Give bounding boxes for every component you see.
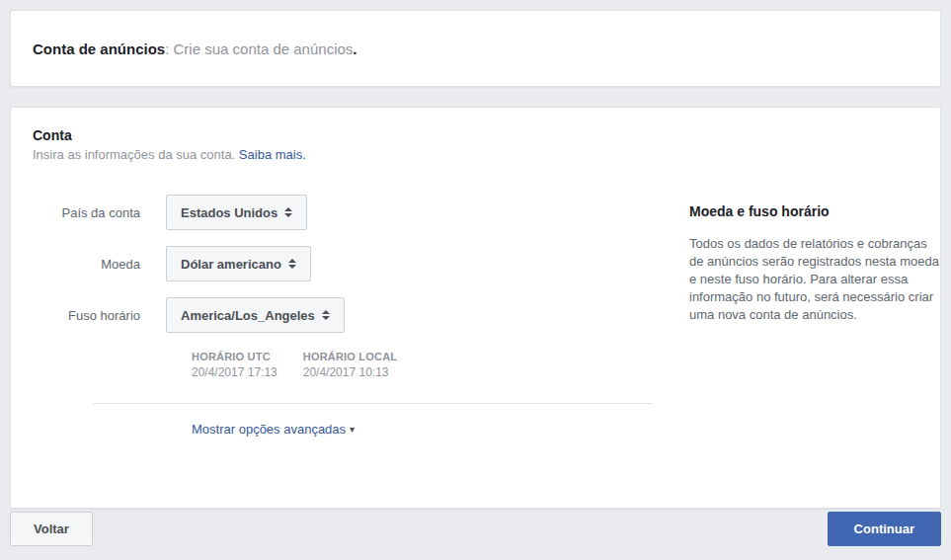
utc-time-label: HORÁRIO UTC	[192, 351, 277, 362]
page-title-rest: : Crie sua conta de anúncios	[165, 40, 353, 57]
account-form: País da conta Estados Unidos Moeda Dólar…	[11, 195, 663, 379]
page-title: Conta de anúncios: Crie sua conta de anú…	[33, 40, 357, 57]
page-title-period: .	[353, 40, 357, 57]
time-readouts: HORÁRIO UTC 20/4/2017 17:13 HORÁRIO LOCA…	[192, 351, 663, 379]
back-button[interactable]: Voltar	[10, 512, 93, 546]
advanced-options-toggle[interactable]: Mostrar opções avançadas▾	[192, 422, 355, 437]
timezone-label: Fuso horário	[11, 308, 166, 323]
currency-timezone-info-panel: Moeda e fuso horário Todos os dados de r…	[689, 203, 941, 324]
page-title-bold: Conta de anúncios	[33, 40, 165, 57]
currency-row: Moeda Dólar americano	[11, 246, 663, 281]
currency-label: Moeda	[11, 257, 166, 272]
currency-dropdown[interactable]: Dólar americano	[166, 246, 311, 281]
local-time-label: HORÁRIO LOCAL	[303, 351, 397, 362]
timezone-row: Fuso horário America/Los_Angeles	[11, 297, 663, 333]
account-form-card: Conta Insira as informações da sua conta…	[10, 107, 941, 509]
utc-time-block: HORÁRIO UTC 20/4/2017 17:13	[192, 351, 277, 379]
sort-arrows-icon	[284, 207, 292, 217]
page-header-card: Conta de anúncios: Crie sua conta de anú…	[10, 10, 941, 87]
currency-dropdown-value: Dólar americano	[181, 257, 281, 272]
utc-time-value: 20/4/2017 17:13	[192, 365, 277, 379]
section-heading: Conta	[33, 127, 918, 143]
timezone-dropdown-value: America/Los_Angeles	[181, 308, 315, 323]
advanced-options-link-text[interactable]: Mostrar opções avançadas	[192, 422, 346, 437]
learn-more-link[interactable]: Saiba mais.	[239, 147, 306, 162]
continue-button[interactable]: Continuar	[828, 512, 941, 546]
local-time-block: HORÁRIO LOCAL 20/4/2017 10:13	[303, 351, 397, 379]
section-subtitle-text: Insira as informações da sua conta.	[33, 147, 235, 162]
timezone-dropdown[interactable]: America/Los_Angeles	[166, 297, 345, 333]
info-panel-heading: Moeda e fuso horário	[689, 203, 941, 219]
local-time-value: 20/4/2017 10:13	[303, 365, 397, 379]
caret-down-icon: ▾	[350, 424, 355, 435]
country-label: País da conta	[11, 205, 166, 220]
form-divider	[93, 403, 653, 404]
country-dropdown[interactable]: Estados Unidos	[166, 195, 307, 230]
footer-bar: Voltar Continuar	[10, 512, 941, 546]
section-subtitle: Insira as informações da sua conta. Saib…	[33, 147, 918, 162]
sort-arrows-icon	[322, 310, 330, 320]
country-dropdown-value: Estados Unidos	[181, 205, 277, 220]
info-panel-body: Todos os dados de relatórios e cobranças…	[689, 235, 941, 324]
sort-arrows-icon	[288, 259, 296, 269]
country-row: País da conta Estados Unidos	[11, 195, 663, 230]
